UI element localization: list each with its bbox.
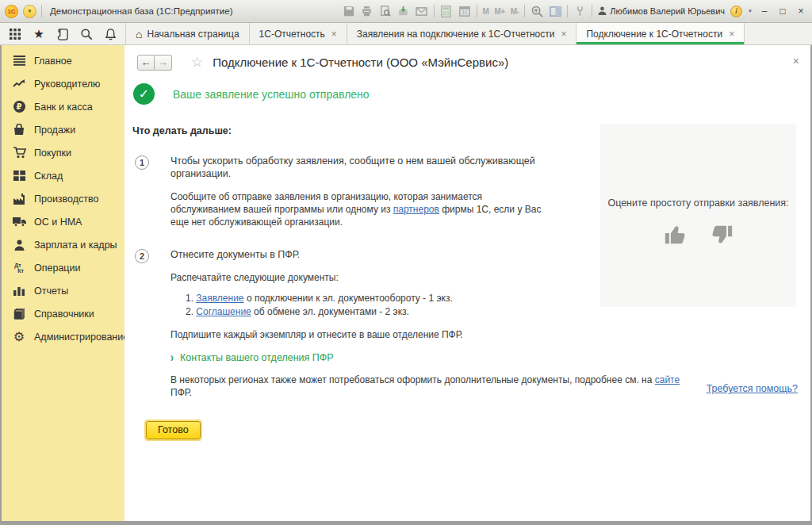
tab-applications-list[interactable]: Заявления на подключение к 1С-Отчетности… — [347, 23, 577, 44]
pfr-site-link[interactable]: сайте — [655, 374, 680, 385]
sections-grid-icon[interactable] — [3, 25, 27, 43]
print-intro: Распечатайте следующие документы: — [170, 271, 542, 284]
tab-home-page[interactable]: ⌂ Начальная страница — [126, 23, 250, 44]
sidebar-item-operations[interactable]: ДтКт Операции — [2, 256, 124, 279]
sidebar: Главное Руководителю ₽ Банк и касса Прод… — [2, 45, 124, 521]
application-doc-link[interactable]: Заявление — [196, 293, 243, 304]
sidebar-item-main[interactable]: Главное — [2, 49, 124, 72]
sidebar-item-manager[interactable]: Руководителю — [2, 72, 124, 95]
person-icon — [12, 238, 26, 252]
divider — [41, 5, 42, 17]
success-message: Ваше заявление успешно отправлено — [173, 88, 370, 101]
menu-lines-icon — [12, 54, 26, 68]
pfr-contacts-toggle[interactable]: › Контакты вашего отделения ПФР — [170, 352, 690, 363]
step-1-paragraph: Сообщите об отправке заявления в организ… — [170, 190, 542, 228]
home-icon: ⌂ — [136, 30, 142, 38]
tab-connection-active[interactable]: Подключение к 1С-Отчетности × — [576, 23, 745, 44]
main-menu-button[interactable]: ▼ — [23, 5, 36, 18]
thumbs-up-icon[interactable] — [663, 221, 690, 248]
rating-panel: Оцените простоту отправки заявления: — [600, 125, 796, 307]
sidebar-item-production[interactable]: Производство — [2, 187, 124, 210]
notifications-bell-icon[interactable] — [98, 25, 122, 43]
memory-plus-button[interactable]: M+ — [494, 7, 504, 16]
page-title: Подключение к 1С-Отчетности (ООО «МэйнСе… — [213, 56, 508, 69]
send-icon[interactable] — [416, 5, 428, 17]
trend-chart-icon — [12, 77, 26, 91]
sidebar-item-administration[interactable]: ⚙ Администрирование — [2, 325, 124, 348]
success-banner: ✓ Ваше заявление успешно отправлено — [133, 83, 810, 105]
main-content: ← → ☆ Подключение к 1С-Отчетности (ООО «… — [124, 45, 810, 521]
books-icon — [12, 307, 26, 321]
ruble-coin-icon: ₽ — [12, 100, 26, 114]
user-icon — [598, 6, 607, 16]
rating-prompt: Оцените простоту отправки заявления: — [607, 197, 788, 209]
search-icon[interactable] — [75, 25, 98, 43]
minimize-button[interactable]: – — [758, 6, 771, 17]
step-2-title: Отнесите документы в ПФР. — [170, 248, 543, 261]
dt-kt-icon: ДтКт — [12, 261, 26, 275]
sign-note: Подпишите каждый экземпляр и отнесите в … — [170, 328, 542, 341]
bar-chart-icon — [12, 284, 26, 298]
sidebar-item-bank-cash[interactable]: ₽ Банк и касса — [2, 95, 124, 118]
step-1-title: Чтобы ускорить обработку заявления, сооб… — [170, 155, 543, 180]
app-window: 1С ▼ Демонстрационная база (1С:Предприят… — [0, 0, 812, 525]
svg-text:31: 31 — [462, 10, 468, 15]
print-preview-icon[interactable] — [379, 5, 392, 17]
help-link[interactable]: Требуется помощь? — [707, 383, 798, 394]
success-check-icon: ✓ — [133, 83, 155, 105]
close-page-icon[interactable]: × — [793, 55, 799, 67]
back-button[interactable]: ← — [137, 55, 155, 71]
history-icon[interactable] — [51, 25, 75, 43]
shopping-bag-icon — [12, 123, 26, 137]
extra-docs-note: В некоторых регионах также может потребо… — [170, 374, 690, 399]
save-icon[interactable] — [343, 5, 355, 17]
sidebar-item-purchases[interactable]: Покупки — [2, 141, 124, 164]
calendar-icon[interactable]: 31 — [458, 5, 471, 17]
info-button[interactable]: i — [730, 6, 742, 17]
split-view-icon[interactable] — [549, 5, 561, 17]
settings-wrench-icon[interactable] — [573, 5, 586, 17]
calculator-icon[interactable] — [440, 5, 453, 17]
agreement-doc-link[interactable]: Соглашение — [196, 306, 251, 317]
window-title: Демонстрационная база (1С:Предприятие) — [50, 6, 232, 16]
print-icon[interactable] — [361, 5, 373, 17]
maximize-button[interactable]: □ — [776, 6, 789, 17]
shopping-cart-icon — [12, 146, 26, 160]
factory-icon — [12, 192, 26, 206]
sidebar-item-fixed-assets[interactable]: ОС и НМА — [2, 210, 124, 233]
truck-icon — [12, 215, 26, 229]
info-caret-icon[interactable]: ▼ — [748, 9, 753, 13]
close-icon[interactable]: × — [331, 29, 337, 40]
tab-bar: ★ ⌂ Начальная страница 1С-Отчетность × З… — [0, 23, 812, 45]
step-2-number: 2 — [135, 249, 149, 263]
document-item: 2. Соглашение об обмене эл. документами … — [186, 305, 690, 318]
close-icon[interactable]: × — [561, 29, 566, 40]
forward-button[interactable]: → — [155, 55, 172, 71]
step-1-number: 1 — [135, 155, 149, 170]
sidebar-item-warehouse[interactable]: Склад — [2, 164, 124, 187]
close-window-button[interactable]: × — [795, 6, 807, 17]
title-bar: 1С ▼ Демонстрационная база (1С:Предприят… — [0, 0, 812, 23]
memory-recall-button[interactable]: M — [483, 7, 489, 16]
current-user[interactable]: Любимов Валерий Юрьевич — [598, 6, 725, 16]
favorite-star-icon[interactable]: ☆ — [191, 54, 203, 71]
import-file-icon[interactable] — [397, 5, 410, 17]
thumbs-down-icon[interactable] — [707, 221, 734, 248]
tab-1c-reporting[interactable]: 1С-Отчетность × — [250, 23, 347, 44]
1c-logo-icon: 1С — [5, 5, 18, 18]
memory-minus-button[interactable]: M- — [511, 7, 519, 16]
favorites-star-icon[interactable]: ★ — [27, 25, 51, 43]
sidebar-item-reports[interactable]: Отчеты — [2, 279, 124, 302]
chevron-right-icon: › — [170, 351, 174, 365]
boxes-icon — [12, 169, 26, 183]
gear-icon: ⚙ — [12, 330, 26, 344]
pfr-contacts-link[interactable]: Контакты вашего отделения ПФР — [180, 352, 334, 363]
sidebar-item-directories[interactable]: Справочники — [2, 302, 124, 325]
sidebar-item-sales[interactable]: Продажи — [2, 118, 124, 141]
partners-link[interactable]: партнеров — [393, 204, 439, 215]
sidebar-item-payroll-hr[interactable]: Зарплата и кадры — [2, 233, 124, 256]
zoom-in-icon[interactable] — [530, 5, 543, 17]
close-icon[interactable]: × — [729, 29, 734, 40]
done-button[interactable]: Готово — [146, 421, 201, 439]
